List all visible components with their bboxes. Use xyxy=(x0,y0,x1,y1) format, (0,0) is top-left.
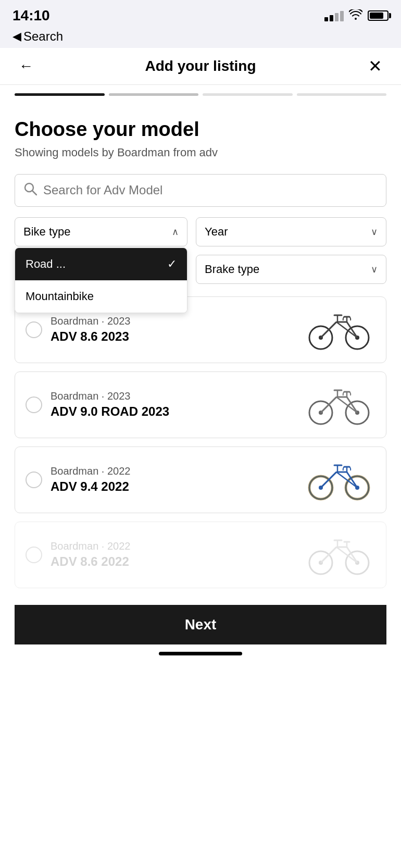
bike-item-1-radio[interactable] xyxy=(26,321,42,338)
progress-segment-4 xyxy=(297,93,387,96)
bike-item-1-brand: Boardman · 2023 xyxy=(51,315,130,327)
bike-item-3-radio[interactable] xyxy=(26,472,42,488)
search-input[interactable] xyxy=(43,183,378,197)
bike-item-3-image xyxy=(303,456,375,503)
bike-item-4[interactable]: Boardman · 2022 ADV 8.6 2022 xyxy=(15,522,386,588)
page-subheading: Showing models by Boardman from adv xyxy=(15,146,386,159)
year-filter[interactable]: Year ∨ xyxy=(196,217,386,246)
year-chevron: ∨ xyxy=(371,226,378,238)
bike-item-2-name: ADV 9.0 ROAD 2023 xyxy=(51,404,169,419)
bike-item-1-left: Boardman · 2023 ADV 8.6 2023 xyxy=(26,315,303,344)
nav-back[interactable]: ◀ Search xyxy=(0,27,401,48)
brake-type-chevron: ∨ xyxy=(371,264,378,275)
bike-list: Boardman · 2023 ADV 8.6 2023 xyxy=(15,296,386,597)
bike-item-4-image xyxy=(303,531,375,578)
bike-item-1-info: Boardman · 2023 ADV 8.6 2023 xyxy=(51,315,130,344)
bike-item-3-brand: Boardman · 2022 xyxy=(51,465,130,477)
page-heading: Choose your model xyxy=(15,119,386,141)
bike-type-option-mountainbike[interactable]: Mountainbike xyxy=(15,280,187,313)
battery-icon xyxy=(368,10,389,21)
next-button[interactable]: Next xyxy=(15,605,386,644)
svg-line-23 xyxy=(321,397,336,413)
bike-type-dropdown-container: Bike type ∧ Road ... ✓ Mountainbike xyxy=(15,217,187,246)
nav-back-label: Search xyxy=(23,29,63,44)
nav-back-arrow: ◀ xyxy=(12,30,21,43)
bike-item-1-name: ADV 8.6 2023 xyxy=(51,329,130,344)
bike-item-3-left: Boardman · 2022 ADV 9.4 2022 xyxy=(26,465,303,494)
bike-type-option-mountainbike-label: Mountainbike xyxy=(26,290,94,303)
progress-segment-2 xyxy=(109,93,199,96)
year-label: Year xyxy=(205,225,228,239)
bike-item-4-info: Boardman · 2022 ADV 8.6 2022 xyxy=(51,540,130,569)
filter-row-1: Bike type ∧ Road ... ✓ Mountainbike Year xyxy=(15,217,386,246)
home-bar xyxy=(159,652,242,655)
brake-type-label: Brake type xyxy=(205,263,259,276)
main-content: Choose your model Showing models by Boar… xyxy=(0,104,401,661)
progress-segment-3 xyxy=(203,93,293,96)
header-back-button[interactable]: ← xyxy=(15,58,37,75)
svg-line-51 xyxy=(321,547,336,563)
bike-item-4-name: ADV 8.6 2022 xyxy=(51,554,130,569)
bike-item-3[interactable]: Boardman · 2022 ADV 9.4 2022 xyxy=(15,447,386,513)
bike-item-2-brand: Boardman · 2023 xyxy=(51,390,169,402)
bike-type-label: Bike type xyxy=(23,225,71,239)
bike-item-2-radio[interactable] xyxy=(26,396,42,413)
bike-item-4-left: Boardman · 2022 ADV 8.6 2022 xyxy=(26,540,303,569)
svg-line-38 xyxy=(321,472,336,488)
brake-type-filter[interactable]: Brake type ∨ xyxy=(196,255,386,284)
bike-type-chevron-up: ∧ xyxy=(172,226,179,238)
bike-item-2-image xyxy=(303,381,375,428)
bike-item-4-radio[interactable] xyxy=(26,547,42,563)
bike-item-2[interactable]: Boardman · 2023 ADV 9.0 ROAD 2023 xyxy=(15,371,386,438)
header-title: Add your listing xyxy=(37,58,364,75)
search-box[interactable] xyxy=(15,174,386,207)
wifi-icon xyxy=(349,9,362,22)
header-close-button[interactable]: ✕ xyxy=(364,56,386,76)
bike-type-dropdown-menu: Road ... ✓ Mountainbike xyxy=(15,247,187,313)
status-bar: 14:10 xyxy=(0,0,401,27)
home-indicator xyxy=(15,644,386,661)
progress-bar xyxy=(0,85,401,104)
progress-segment-1 xyxy=(15,93,105,96)
road-checkmark: ✓ xyxy=(167,257,177,271)
bike-item-3-info: Boardman · 2022 ADV 9.4 2022 xyxy=(51,465,130,494)
bike-item-4-brand: Boardman · 2022 xyxy=(51,540,130,552)
bike-item-2-left: Boardman · 2023 ADV 9.0 ROAD 2023 xyxy=(26,390,303,419)
search-icon xyxy=(23,182,37,199)
bottom-btn-container: Next xyxy=(15,597,386,644)
bike-item-1-image xyxy=(303,306,375,353)
bike-type-option-road[interactable]: Road ... ✓ xyxy=(15,248,187,280)
status-icons xyxy=(324,9,389,22)
bike-type-option-road-label: Road ... xyxy=(26,257,66,271)
bike-item-3-name: ADV 9.4 2022 xyxy=(51,479,130,494)
bike-type-filter[interactable]: Bike type ∧ xyxy=(15,217,187,246)
header: ← Add your listing ✕ xyxy=(0,48,401,85)
signal-icon xyxy=(324,10,344,21)
svg-line-1 xyxy=(32,191,36,195)
svg-line-10 xyxy=(321,322,336,338)
bike-item-2-info: Boardman · 2023 ADV 9.0 ROAD 2023 xyxy=(51,390,169,419)
status-time: 14:10 xyxy=(12,7,50,24)
